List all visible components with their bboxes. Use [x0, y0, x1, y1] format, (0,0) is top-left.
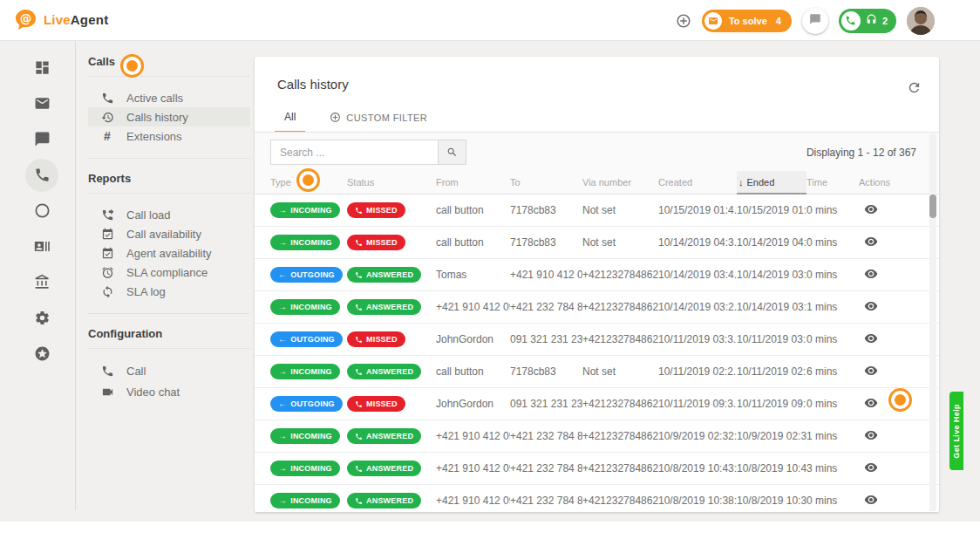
view-call-eye-icon[interactable] — [864, 336, 878, 348]
column-ended-sorted[interactable]: ↓Ended — [737, 171, 806, 195]
table-row[interactable]: →INCOMINGANSWEREDcall button7178cb83Not … — [255, 356, 939, 388]
sidebar-item-sla-compliance[interactable]: SLA compliance — [88, 263, 250, 282]
cell-ended: 10/11/2019 09:3... — [737, 398, 806, 410]
rail-mail-icon[interactable] — [24, 85, 59, 121]
tab-custom-filter[interactable]: CUSTOM FILTER — [320, 112, 437, 133]
get-live-help-tab[interactable]: Get Live Help — [949, 392, 963, 470]
view-call-eye-icon[interactable] — [864, 465, 878, 477]
cell-time: 3 mins — [806, 462, 859, 474]
rail-chat-icon[interactable] — [24, 121, 59, 157]
rail-contacts-icon[interactable] — [24, 229, 59, 264]
table-row[interactable]: →INCOMINGMISSEDcall button7178cb83Not se… — [255, 195, 939, 227]
sidebar-item-call-load[interactable]: Call load — [88, 205, 250, 224]
rail-circle-icon[interactable] — [24, 193, 59, 229]
table-row[interactable]: ←OUTGOINGANSWEREDTomas+421 910 412 090+4… — [255, 259, 939, 291]
cell-to: +421 232 784 862 — [510, 462, 582, 474]
table-row[interactable]: →INCOMINGANSWERED+421 910 412 090+421 23… — [255, 485, 939, 512]
cell-created: 10/9/2019 02:32:... — [658, 430, 737, 442]
sidebar-item-active-calls[interactable]: Active calls — [88, 88, 250, 107]
tab-all[interactable]: All — [275, 111, 305, 133]
rail-bank-icon[interactable] — [24, 264, 59, 300]
table-row[interactable]: →INCOMINGMISSEDcall button7178cb83Not se… — [255, 227, 939, 259]
column-from[interactable]: From — [436, 177, 510, 188]
cell-to: +421 232 784 862 — [510, 495, 582, 507]
to-solve-button[interactable]: To solve 4 — [702, 10, 792, 32]
arrow-right-icon: → — [278, 206, 287, 215]
column-to[interactable]: To — [510, 177, 582, 188]
sidebar-item-label: Extensions — [126, 130, 182, 143]
arrow-right-icon: → — [278, 238, 287, 247]
view-call-eye-icon[interactable] — [864, 239, 878, 251]
missed-badge: MISSED — [347, 235, 405, 250]
cell-via-number: Not set — [582, 204, 658, 216]
rail-settings-icon[interactable] — [24, 300, 59, 336]
calls-count: 2 — [882, 16, 888, 26]
sidebar-item-label: Call availability — [126, 228, 201, 241]
view-call-eye-icon[interactable] — [864, 433, 878, 445]
search-input[interactable] — [270, 140, 439, 165]
search-button[interactable] — [439, 140, 466, 165]
refresh-icon[interactable] — [907, 80, 922, 95]
loop-icon — [100, 285, 114, 298]
cell-to: 091 321 231 231 — [510, 398, 582, 410]
sidebar-item-label: SLA compliance — [126, 266, 208, 279]
add-circle-icon[interactable] — [676, 13, 691, 29]
rail-phone-icon[interactable] — [24, 157, 59, 193]
table-row[interactable]: →INCOMINGANSWERED+421 910 412 090+421 23… — [255, 291, 939, 324]
table-header: Type Status From To Via number Created ↓… — [255, 171, 939, 195]
alarm-icon — [100, 266, 114, 279]
outgoing-badge: ←OUTGOING — [270, 396, 343, 412]
sidebar-item-calls-history[interactable]: Calls history — [88, 107, 250, 126]
cell-time: 0 mins — [806, 236, 859, 249]
table-row[interactable]: →INCOMINGANSWERED+421 910 412 090+421 23… — [255, 420, 939, 453]
view-call-eye-icon[interactable] — [864, 271, 878, 283]
user-avatar[interactable] — [907, 7, 935, 35]
sidebar-item-sla-log[interactable]: SLA log — [88, 282, 250, 301]
table-row[interactable]: ←OUTGOINGMISSEDJohnGordon091 321 231 231… — [255, 388, 939, 420]
view-call-eye-icon[interactable] — [864, 400, 878, 413]
cell-to: 091 321 231 231 — [510, 333, 582, 345]
view-call-eye-icon[interactable] — [864, 207, 878, 219]
column-created[interactable]: Created — [658, 177, 737, 188]
sidebar-item-label: Call — [126, 365, 146, 378]
sidebar-item-call-availability[interactable]: Call availability — [88, 224, 250, 243]
svg-text:@: @ — [20, 11, 32, 25]
view-call-eye-icon[interactable] — [864, 368, 878, 380]
column-status[interactable]: Status — [347, 177, 436, 188]
view-call-eye-icon[interactable] — [864, 497, 878, 509]
table-rows: →INCOMINGMISSEDcall button7178cb83Not se… — [255, 195, 939, 512]
chat-button[interactable] — [802, 8, 828, 34]
active-calls-pill[interactable]: 2 — [839, 9, 896, 33]
sidebar-item-label: Video chat — [126, 386, 180, 399]
page-title: Calls history — [277, 77, 349, 92]
cell-created: 10/14/2019 03:4... — [658, 269, 737, 281]
table-row[interactable]: ←OUTGOINGMISSEDJohnGordon091 321 231 231… — [255, 324, 939, 356]
sidebar-heading-calls: Calls — [88, 53, 250, 76]
sidebar-item-video-chat[interactable]: Video chat — [88, 381, 250, 402]
arrow-right-icon: → — [278, 432, 287, 440]
arrow-left-icon: ← — [278, 399, 287, 408]
table-row[interactable]: →INCOMINGANSWERED+421 910 412 090+421 23… — [255, 453, 939, 485]
rail-dashboard-icon[interactable] — [24, 50, 59, 85]
cell-to: 7178cb83 — [510, 365, 582, 378]
sidebar-item-call[interactable]: Call — [88, 360, 250, 381]
cell-created: 10/8/2019 10:38:... — [658, 495, 737, 507]
incoming-badge: →INCOMING — [270, 461, 340, 476]
cell-via-number: +421232784862 — [582, 430, 658, 442]
scrollbar-thumb[interactable] — [929, 195, 936, 218]
cell-via-number: +421232784862 — [582, 269, 658, 281]
view-call-eye-icon[interactable] — [864, 304, 878, 316]
incoming-badge: →INCOMING — [270, 235, 340, 250]
scrollbar-track[interactable] — [929, 133, 936, 511]
phone-icon — [355, 368, 363, 376]
sidebar-item-extensions[interactable]: #Extensions — [88, 126, 250, 146]
column-via-number[interactable]: Via number — [582, 177, 658, 188]
hash-icon: # — [100, 129, 114, 143]
to-solve-label: To solve — [729, 16, 767, 26]
rail-stars-icon[interactable] — [24, 336, 59, 372]
column-time[interactable]: Time — [806, 177, 859, 188]
cell-via-number: +421232784862 — [582, 333, 658, 345]
nav-rail — [24, 50, 59, 372]
brand-text: LiveAgent — [44, 12, 108, 27]
sidebar-item-agent-availability[interactable]: Agent availability — [88, 243, 250, 263]
